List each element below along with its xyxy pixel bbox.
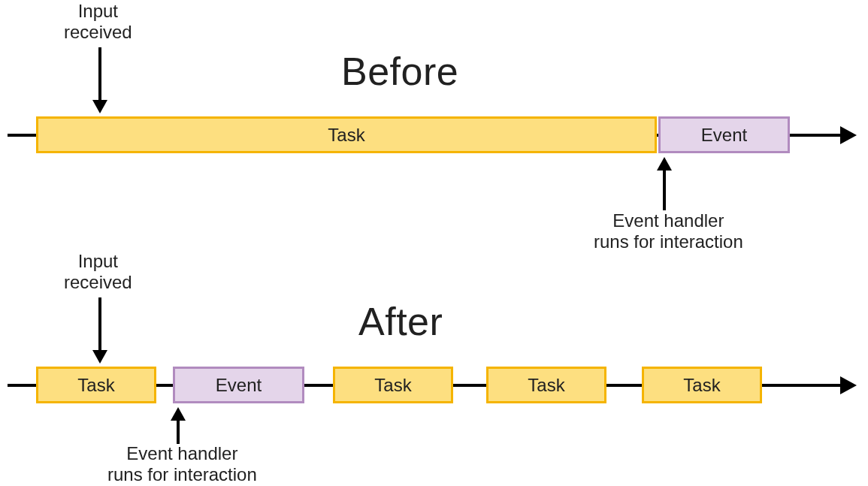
title-before: Before xyxy=(341,49,458,94)
timeline-arrowhead-after xyxy=(840,376,857,394)
title-after: After xyxy=(358,299,443,344)
annot-text-line2: received xyxy=(64,272,132,293)
before-input-arrow-head xyxy=(92,100,107,113)
after-input-arrow-line xyxy=(98,297,101,352)
task-label: Task xyxy=(77,375,114,396)
task-label: Task xyxy=(328,125,364,146)
event-label: Event xyxy=(216,375,262,396)
annot-text-line2: received xyxy=(64,22,132,43)
task-label: Task xyxy=(683,375,720,396)
before-event-handler-arrow-head xyxy=(657,157,672,171)
annot-text-line2: runs for interaction xyxy=(594,231,743,252)
before-event-handler-arrow-line xyxy=(663,169,666,210)
event-label: Event xyxy=(701,125,747,146)
diagram-stage: Before Task Event Input received Event h… xyxy=(0,0,868,486)
after-event-handler-arrow-head xyxy=(171,407,186,421)
before-event-handler-annotation: Event handler runs for interaction xyxy=(594,210,743,252)
annot-text-line1: Input xyxy=(64,251,132,272)
after-event-handler-arrow-line xyxy=(177,419,180,444)
task-label: Task xyxy=(374,375,411,396)
after-task-box-1: Task xyxy=(36,367,156,403)
after-task-box-3: Task xyxy=(486,367,606,403)
after-task-box-2: Task xyxy=(333,367,453,403)
after-input-arrow-head xyxy=(92,350,107,364)
after-input-annotation: Input received xyxy=(64,251,132,292)
before-task-box: Task xyxy=(36,116,657,153)
annot-text-line1: Event handler xyxy=(594,210,743,231)
annot-text-line1: Input xyxy=(64,1,132,22)
task-label: Task xyxy=(528,375,564,396)
before-input-arrow-line xyxy=(98,47,101,101)
annot-text-line2: runs for interaction xyxy=(107,464,257,485)
before-event-box: Event xyxy=(658,116,790,153)
before-input-annotation: Input received xyxy=(64,1,132,42)
after-task-box-4: Task xyxy=(642,367,762,403)
after-event-box: Event xyxy=(173,367,304,403)
annot-text-line1: Event handler xyxy=(107,443,257,464)
after-event-handler-annotation: Event handler runs for interaction xyxy=(107,443,257,484)
timeline-arrowhead-before xyxy=(840,126,857,144)
